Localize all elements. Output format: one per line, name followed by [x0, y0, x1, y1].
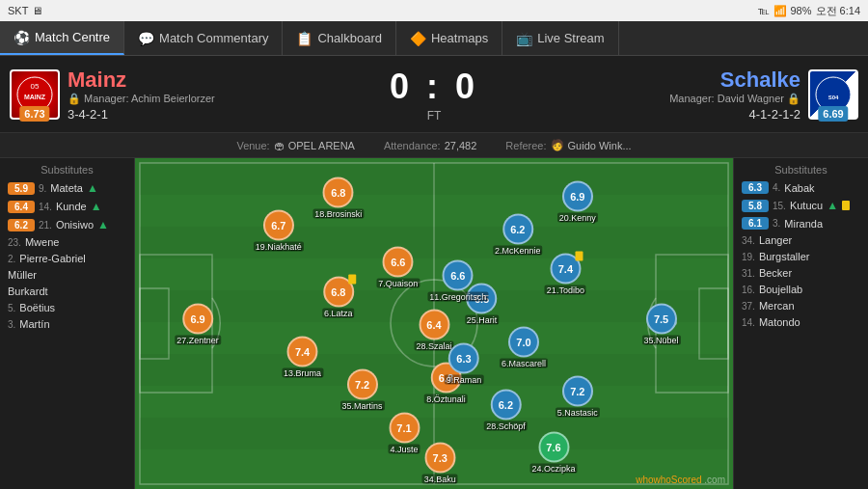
- player-nastasic[interactable]: 7.2 5.Nastasic: [556, 375, 600, 417]
- sub-number: 19.: [742, 252, 755, 262]
- player-brosinski[interactable]: 6.8 18.Brosinski: [312, 177, 364, 219]
- player-gregoritsch[interactable]: 6.6 11.Gregoritsch: [427, 259, 488, 301]
- player-kenny[interactable]: 6.9 20.Kenny: [557, 180, 598, 222]
- player-rating: 6.2: [502, 213, 533, 244]
- player-rating: 6.4: [419, 310, 449, 340]
- attendance-label: Attendance:: [384, 140, 441, 151]
- sub-number: 21.: [39, 220, 52, 231]
- sub-rating: 6.1: [742, 217, 769, 230]
- home-rating: 6.73: [19, 106, 49, 122]
- sub-name: Burgstaller: [759, 251, 810, 262]
- signal-icon: 📶: [773, 5, 787, 17]
- player-latza[interactable]: 6.8 6.Latza: [322, 277, 355, 318]
- tab-chalkboard-label: Chalkboard: [317, 31, 382, 45]
- player-name: 20.Kenny: [557, 212, 598, 222]
- player-name: 35.Martins: [340, 401, 385, 411]
- sub-number: 14.: [742, 317, 755, 328]
- sub-rating: 5.9: [8, 182, 35, 195]
- player-juste[interactable]: 7.1 4.Juste: [388, 412, 420, 453]
- status-right: ℡ 📶 98% 오전 6:14: [758, 4, 861, 18]
- list-item: 6.3 4. Kabak: [742, 181, 860, 194]
- sub-name: Kutucu: [790, 200, 823, 211]
- player-rating: 7.3: [424, 442, 455, 473]
- player-baku[interactable]: 7.3 34.Baku: [422, 442, 458, 483]
- tab-heatmaps[interactable]: 🔶 Heatmaps: [396, 21, 502, 55]
- player-mckennie[interactable]: 6.2 2.McKennie: [493, 213, 543, 255]
- match-score: 0 : 0: [390, 67, 478, 107]
- tab-chalkboard[interactable]: 📋 Chalkboard: [283, 21, 396, 55]
- player-name: 27.Zentner: [175, 335, 221, 344]
- heatmaps-icon: 🔶: [410, 31, 426, 46]
- svg-text:S04: S04: [828, 95, 839, 100]
- player-zentner[interactable]: 6.9 27.Zentner: [175, 303, 221, 344]
- venue-icon: 🏟: [274, 140, 285, 151]
- sub-name: Müller: [8, 269, 37, 281]
- player-quaison[interactable]: 6.6 7.Quaison: [376, 247, 420, 288]
- away-rating: 6.69: [818, 106, 848, 122]
- tab-match-centre[interactable]: ⚽ Match Centre: [0, 21, 124, 55]
- status-bar: SKT 🖥 ℡ 📶 98% 오전 6:14: [0, 0, 868, 21]
- sub-number: 23.: [8, 237, 21, 248]
- home-team-logo: MAINZ 05 6.73: [10, 69, 60, 120]
- list-item: 31. Becker: [742, 267, 860, 279]
- away-subs-panel: Substitutes 6.3 4. Kabak 5.8 15. Kutucu …: [733, 158, 868, 489]
- player-name: 34.Baku: [422, 474, 458, 483]
- referee-name: Guido Wink...: [568, 140, 632, 151]
- sub-rating: 6.4: [8, 201, 35, 213]
- player-name: 2.McKennie: [493, 245, 543, 255]
- svg-rect-15: [140, 163, 728, 195]
- tab-match-commentary[interactable]: 💬 Match Commentary: [124, 21, 283, 55]
- away-team-formation: 4-1-2-1-2: [669, 107, 800, 122]
- player-mascarell[interactable]: 7.0 6.Mascarell: [500, 326, 548, 367]
- list-item: 2. Pierre-Gabriel: [8, 253, 126, 264]
- list-item: 6.2 21. Onisiwo ▲: [8, 218, 126, 231]
- player-oczipka[interactable]: 7.6 24.Oczipka: [529, 432, 577, 474]
- lock-icon: 🔒: [68, 93, 81, 105]
- player-rating: 6.9: [182, 303, 213, 334]
- player-todibo[interactable]: 7.4 21.Todibo: [545, 254, 586, 295]
- player-nubel[interactable]: 7.5 35.Nübel: [642, 303, 681, 344]
- player-rating: 6.8: [323, 277, 354, 308]
- player-rating: 6.2: [490, 389, 521, 420]
- svg-text:MAINZ: MAINZ: [24, 94, 46, 100]
- list-item: 34. Langer: [742, 234, 860, 246]
- venue-label: Venue:: [236, 140, 269, 151]
- score-center: 0 : 0 FT: [376, 67, 492, 122]
- time-display: 오전 6:14: [816, 4, 860, 18]
- player-raman[interactable]: 6.3 9.Raman: [445, 342, 484, 384]
- list-item: 3. Martín: [8, 318, 126, 330]
- sub-name: Mercan: [759, 300, 795, 312]
- player-name: 18.Brosinski: [312, 209, 364, 219]
- sub-number: 9.: [39, 183, 46, 194]
- sub-name: Mateta: [50, 182, 83, 194]
- list-item: 6.4 14. Kunde ▲: [8, 200, 126, 213]
- sub-number: 3.: [773, 218, 780, 229]
- nav-tabs: ⚽ Match Centre 💬 Match Commentary 📋 Chal…: [0, 21, 868, 56]
- player-name: 4.Juste: [388, 444, 420, 453]
- home-team-formation: 3-4-2-1: [68, 107, 215, 122]
- player-rating: 7.5: [646, 303, 677, 334]
- screen-icon: 🖥: [32, 5, 42, 16]
- sub-name: Kabak: [784, 182, 814, 194]
- svg-text:05: 05: [31, 82, 40, 91]
- sub-number: 16.: [742, 285, 755, 295]
- player-martins[interactable]: 7.2 35.Martins: [340, 369, 385, 411]
- arrow-up-icon: ▲: [91, 200, 102, 213]
- player-schopf[interactable]: 6.2 28.Schöpf: [484, 389, 528, 430]
- referee-label: Referee:: [505, 140, 546, 151]
- tab-match-centre-label: Match Centre: [35, 30, 110, 44]
- player-rating: 7.2: [347, 369, 378, 400]
- sub-name: Martín: [19, 318, 49, 330]
- home-team-info: Mainz 🔒 Manager: Achim Beierlorzer 3-4-2…: [68, 68, 215, 122]
- referee-info: Referee: 🧑 Guido Wink...: [505, 139, 631, 151]
- home-subs-panel: Substitutes 5.9 9. Mateta ▲ 6.4 14. Kund…: [0, 158, 135, 489]
- watermark-who: who: [636, 475, 653, 485]
- away-team-name: Schalke: [669, 68, 800, 93]
- player-niakhate[interactable]: 6.7 19.Niakhaté: [254, 210, 304, 252]
- sub-number: 37.: [742, 301, 755, 312]
- pitch-container: 6.9 27.Zentner 6.7 19.Niakhaté 6.8 6.Lat…: [135, 158, 733, 489]
- player-bruma[interactable]: 7.4 13.Bruma: [282, 336, 323, 377]
- sub-rating: 5.8: [742, 200, 769, 212]
- sub-number: 15.: [773, 201, 786, 211]
- tab-live-stream[interactable]: 📺 Live Stream: [502, 21, 618, 55]
